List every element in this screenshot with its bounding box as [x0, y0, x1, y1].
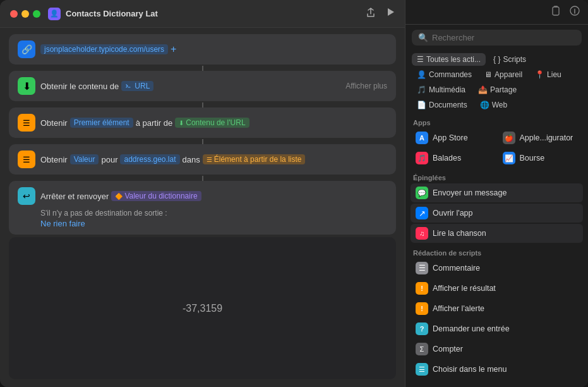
- envoyer-message-icon: 💬: [416, 187, 428, 199]
- output-value: -37,3159: [183, 303, 222, 314]
- sidebar-item-afficher-resultat[interactable]: ! Afficher le résultat: [411, 279, 583, 298]
- url-plus[interactable]: +: [171, 44, 176, 55]
- svg-rect-1: [553, 7, 559, 15]
- sidebar-item-choisir-menu[interactable]: ☰ Choisir dans le menu: [411, 360, 583, 379]
- ne-rien-faire-link[interactable]: Ne rien faire: [18, 219, 387, 228]
- url-tag[interactable]: URL: [121, 81, 153, 91]
- sidebar-item-afficher-alerte[interactable]: ! Afficher l'alerte: [411, 299, 583, 318]
- search-bar[interactable]: 🔍: [412, 30, 582, 46]
- afficher-alerte-icon: !: [416, 302, 428, 315]
- sidebar-item-envoyer-message[interactable]: 💬 Envoyer un message: [411, 183, 583, 202]
- tab-lieu[interactable]: 📍 Lieu: [530, 68, 567, 81]
- url-link[interactable]: jsonplaceholder.typicode.com/users: [40, 44, 168, 54]
- sidebar-item-ouvrir-app[interactable]: ↗ Ouvrir l'app: [411, 204, 583, 223]
- connector-3: [9, 139, 396, 144]
- sidebar-item-appleconfigur[interactable]: 🍎 Apple...igurator: [498, 128, 584, 147]
- sidebar-item-appstore[interactable]: A App Store: [411, 128, 496, 147]
- partage-icon: 📤: [478, 85, 488, 94]
- share-button[interactable]: [366, 8, 376, 20]
- get-content-icon: ⬇: [18, 77, 35, 95]
- sidebar-item-bourse[interactable]: 📈 Bourse: [498, 149, 584, 168]
- ouvrir-app-icon: ↗: [416, 207, 428, 219]
- tab-all-actions[interactable]: ☰ Toutes les acti...: [412, 53, 486, 66]
- get-value-card[interactable]: ☰ Obtenir Valeur pour address.geo.lat da…: [9, 144, 396, 175]
- appleconfigur-icon: 🍎: [503, 132, 515, 144]
- obtenir-label-2: Obtenir: [40, 155, 68, 164]
- connector-4: [9, 176, 396, 181]
- appareil-label: Appareil: [495, 70, 522, 79]
- url-card[interactable]: 🔗 jsonplaceholder.typicode.com/users +: [9, 34, 396, 64]
- appstore-label: App Store: [433, 133, 468, 142]
- multimedia-label: Multimédia: [429, 85, 465, 94]
- all-actions-label: Toutes les acti...: [426, 55, 481, 64]
- premier-element-tag[interactable]: Premier élément: [70, 118, 133, 128]
- commentaire-label: Commentaire: [433, 264, 480, 273]
- documents-label: Documents: [429, 101, 467, 109]
- sidebar-item-balades[interactable]: 🎵 Balades: [411, 149, 496, 168]
- pinned-section-title: Épinglées: [411, 170, 583, 183]
- demander-entree-icon: ?: [416, 322, 428, 335]
- multimedia-icon: 🎵: [417, 85, 426, 94]
- valeur-dict-tag[interactable]: 🔶 Valeur du dictionnaire: [111, 191, 201, 201]
- get-first-text: Obtenir Premier élément à partir de ⬇ Co…: [40, 118, 387, 128]
- lieu-label: Lieu: [547, 70, 561, 79]
- connector-2: [9, 102, 396, 108]
- get-content-card[interactable]: ⬇ Obtenir le contenu de URL Afficher plu…: [9, 71, 396, 101]
- element-liste-tag[interactable]: ☰ Élément à partir de la liste: [203, 154, 306, 164]
- a-partir-de-label: à partir de: [136, 118, 173, 128]
- get-first-card[interactable]: ☰ Obtenir Premier élément à partir de ⬇ …: [9, 108, 396, 138]
- lieu-icon: 📍: [535, 70, 544, 79]
- sidebar-header-icons: [550, 5, 580, 19]
- dans-label: dans: [183, 155, 200, 164]
- balades-label: Balades: [433, 154, 461, 163]
- appleconfigur-label: Apple...igurator: [520, 133, 573, 142]
- tab-partage[interactable]: 📤 Partage: [473, 83, 522, 96]
- url-card-icon: 🔗: [18, 40, 35, 58]
- traffic-lights: [10, 10, 40, 18]
- sidebar-item-commentaire[interactable]: ☰ Commentaire: [411, 259, 583, 278]
- sidebar-item-compter[interactable]: Σ Compter: [411, 340, 583, 359]
- choisir-menu-icon: ☰: [416, 363, 428, 376]
- afficher-plus[interactable]: Afficher plus: [345, 82, 387, 90]
- contenu-url-tag[interactable]: ⬇ Contenu de l'URL: [175, 118, 249, 128]
- sidebar-item-lire-chanson[interactable]: ♫ Lire la chanson: [411, 224, 583, 243]
- search-icon: 🔍: [418, 33, 428, 42]
- bourse-label: Bourse: [520, 154, 545, 163]
- output-area: -37,3159: [9, 237, 396, 379]
- search-input[interactable]: [432, 33, 575, 42]
- tab-web[interactable]: 🌐 Web: [475, 99, 512, 111]
- ouvrir-app-label: Ouvrir l'app: [433, 209, 473, 218]
- scripts-label: Scripts: [503, 55, 526, 64]
- lire-chanson-icon: ♫: [416, 227, 428, 240]
- tab-commandes[interactable]: 👤 Commandes: [412, 68, 477, 81]
- sidebar-item-demander-entree[interactable]: ? Demander une entrée: [411, 319, 583, 338]
- workflow-canvas: 🔗 jsonplaceholder.typicode.com/users + ⬇…: [0, 28, 405, 387]
- demander-entree-label: Demander une entrée: [433, 324, 510, 333]
- stop-card[interactable]: ↩ Arrêter et renvoyer 🔶 Valeur du dictio…: [9, 181, 396, 235]
- afficher-alerte-label: Afficher l'alerte: [433, 304, 484, 313]
- tab-appareil[interactable]: 🖥 Appareil: [479, 68, 527, 81]
- connector-1: [9, 66, 396, 71]
- info-icon[interactable]: [569, 5, 580, 19]
- maximize-button[interactable]: [33, 10, 40, 18]
- valeur-tag[interactable]: Valeur: [70, 154, 99, 164]
- left-panel: 👤 Contacts Dictionary Lat: [0, 0, 405, 387]
- address-geo-tag[interactable]: address.geo.lat: [120, 154, 179, 164]
- commandes-label: Commandes: [429, 70, 472, 79]
- compter-label: Compter: [433, 345, 463, 353]
- minimize-button[interactable]: [21, 10, 29, 18]
- titlebar-actions: [366, 8, 395, 20]
- clipboard-icon[interactable]: [550, 5, 561, 19]
- arreter-label: Arrêter et renvoyer: [40, 192, 109, 201]
- tab-documents[interactable]: 📄 Documents: [412, 99, 472, 111]
- close-button[interactable]: [10, 10, 18, 18]
- play-button[interactable]: [386, 8, 395, 20]
- commandes-icon: 👤: [417, 70, 426, 79]
- tab-scripts[interactable]: { } Scripts: [488, 53, 531, 66]
- get-first-icon: ☰: [18, 114, 35, 132]
- sidebar-content: Apps A App Store 🍎 Apple...igurator 🎵 Ba…: [405, 115, 588, 387]
- tab-multimedia[interactable]: 🎵 Multimédia: [412, 83, 471, 96]
- afficher-resultat-icon: !: [416, 282, 428, 295]
- sidebar-header: [405, 0, 588, 25]
- stop-icon: ↩: [18, 187, 35, 205]
